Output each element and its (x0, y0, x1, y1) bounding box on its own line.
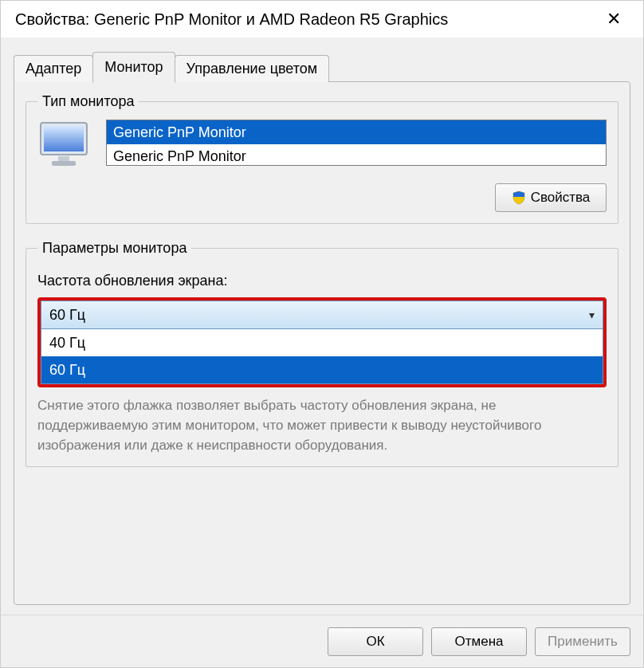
refresh-rate-label: Частота обновления экрана: (37, 273, 607, 289)
tab-color-management[interactable]: Управление цветом (175, 55, 330, 82)
tab-label: Управление цветом (187, 61, 318, 77)
tabs-area: Адаптер Монитор Управление цветом (1, 37, 643, 82)
group-monitor-params: Параметры монитора Частота обновления эк… (26, 240, 618, 467)
combobox-option[interactable]: 60 Гц (41, 356, 603, 383)
properties-button-row: Свойства (37, 183, 607, 212)
group-legend: Параметры монитора (37, 240, 191, 257)
svg-rect-3 (52, 161, 76, 166)
list-item-label: Generic PnP Monitor (113, 124, 246, 140)
chevron-down-icon: ▾ (589, 308, 595, 321)
group-legend: Тип монитора (37, 93, 139, 110)
properties-button[interactable]: Свойства (495, 183, 607, 212)
svg-rect-2 (58, 156, 69, 161)
titlebar: Свойства: Generic PnP Monitor и AMD Rade… (1, 1, 643, 37)
tab-content-wrapper: Тип монитора (1, 82, 643, 615)
list-item[interactable]: Generic PnP Monitor (107, 120, 606, 144)
list-item-label: Generic PnP Monitor (113, 148, 246, 164)
button-label: Применить (548, 634, 618, 650)
close-icon: ✕ (607, 9, 621, 29)
button-label: Свойства (531, 190, 591, 206)
window-title: Свойства: Generic PnP Monitor и AMD Rade… (15, 10, 595, 29)
cancel-button[interactable]: Отмена (431, 627, 527, 656)
properties-dialog: Свойства: Generic PnP Monitor и AMD Rade… (0, 0, 644, 668)
combobox-dropdown: 40 Гц 60 Гц (41, 329, 603, 384)
option-label: 60 Гц (49, 362, 85, 378)
tab-label: Монитор (104, 59, 163, 75)
refresh-rate-combobox[interactable]: 60 Гц ▾ (41, 301, 603, 329)
svg-rect-1 (44, 126, 84, 151)
list-item[interactable]: Generic PnP Monitor (107, 144, 606, 166)
button-label: Отмена (455, 634, 504, 650)
button-label: ОК (366, 634, 384, 650)
combobox-value: 60 Гц (49, 307, 85, 324)
tab-content-monitor: Тип монитора (14, 81, 630, 605)
group-monitor-type: Тип монитора (26, 93, 618, 224)
combobox-option[interactable]: 40 Гц (41, 329, 603, 356)
monitor-type-row: Generic PnP Monitor Generic PnP Monitor (37, 120, 607, 171)
refresh-rate-hint: Снятие этого флажка позволяет выбрать ча… (37, 395, 607, 455)
dialog-footer: ОК Отмена Применить (1, 615, 643, 667)
uac-shield-icon (512, 191, 526, 205)
monitor-list[interactable]: Generic PnP Monitor Generic PnP Monitor (106, 120, 607, 166)
refresh-rate-combo-highlight: 60 Гц ▾ 40 Гц 60 Гц (37, 297, 607, 387)
tab-monitor[interactable]: Монитор (92, 52, 175, 83)
monitor-icon (37, 120, 95, 171)
close-button[interactable]: ✕ (595, 1, 632, 37)
tab-adapter[interactable]: Адаптер (14, 55, 93, 82)
option-label: 40 Гц (49, 335, 85, 351)
tab-strip: Адаптер Монитор Управление цветом (14, 52, 630, 82)
ok-button[interactable]: ОК (328, 627, 423, 656)
apply-button[interactable]: Применить (535, 627, 630, 656)
tab-label: Адаптер (26, 61, 81, 77)
